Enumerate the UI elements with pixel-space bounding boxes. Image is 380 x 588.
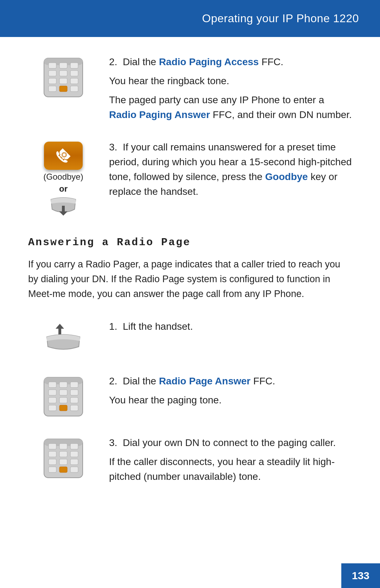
svg-rect-22	[70, 382, 78, 388]
svg-rect-12	[59, 86, 67, 92]
header-title: Operating your IP Phone 1220	[202, 12, 359, 25]
svg-rect-35	[59, 444, 67, 449]
step-2-bottom-text: 2. Dial the Radio Page Answer FFC. You h…	[99, 374, 352, 408]
svg-rect-7	[70, 70, 78, 76]
radio-paging-access-link: Radio Paging Access	[159, 56, 259, 67]
step-1-main: 1. Lift the handset.	[109, 319, 352, 334]
step-3-bottom-row: 3. Dial your own DN to connect to the pa…	[28, 435, 352, 484]
step-2-bottom-sub: You hear the paging tone.	[109, 393, 352, 408]
svg-rect-42	[70, 459, 78, 465]
step-2-sub2: The paged party can use any IP Phone to …	[109, 93, 352, 122]
svg-rect-21	[59, 382, 67, 388]
radio-page-answer-link: Radio Page Answer	[159, 376, 251, 386]
svg-rect-2	[49, 63, 56, 68]
section-heading: Answering a Radio Page	[28, 236, 352, 248]
step-3-main: 3. If your call remains unanswered for a…	[109, 140, 352, 199]
radio-paging-answer-link: Radio Paging Answer	[109, 109, 210, 120]
svg-rect-36	[70, 444, 78, 449]
svg-rect-41	[59, 459, 67, 465]
svg-rect-13	[70, 86, 78, 92]
step-2-sub1: You hear the ringback tone.	[109, 74, 352, 88]
svg-rect-15	[62, 206, 65, 212]
svg-rect-44	[59, 467, 67, 472]
svg-rect-4	[70, 63, 78, 68]
main-content: 2. Dial the Radio Paging Access FFC. You…	[0, 37, 380, 530]
step-2-top-main: 2. Dial the Radio Paging Access FFC.	[109, 55, 352, 69]
goodbye-link: Goodbye	[265, 171, 308, 182]
svg-rect-29	[49, 405, 56, 411]
svg-rect-38	[59, 451, 67, 457]
step-2-top-row: 2. Dial the Radio Paging Access FFC. You…	[28, 55, 352, 122]
keypad-icon-col-3	[28, 435, 99, 479]
step-1-bottom-text: 1. Lift the handset.	[99, 319, 352, 334]
svg-rect-24	[59, 390, 67, 395]
header-title-regular: Operating your IP Phone	[202, 12, 333, 25]
page-number: 133	[352, 570, 369, 582]
page-header: Operating your IP Phone 1220	[0, 0, 380, 37]
svg-rect-25	[70, 390, 78, 395]
svg-rect-39	[70, 451, 78, 457]
keypad-icon-2	[42, 376, 84, 418]
step-2-bottom-main: 2. Dial the Radio Page Answer FFC.	[109, 374, 352, 389]
handset-down-icon	[46, 196, 81, 219]
keypad-icon-col-2	[28, 374, 99, 418]
svg-rect-45	[70, 467, 78, 472]
svg-rect-40	[49, 459, 56, 465]
keypad-icon-3	[42, 437, 84, 479]
step-3-bottom-text: 3. Dial your own DN to connect to the pa…	[99, 435, 352, 484]
goodbye-key-icon[interactable]: ☎	[44, 142, 83, 170]
step-2-top-text: 2. Dial the Radio Paging Access FFC. You…	[99, 55, 352, 122]
step-1-bottom-row: 1. Lift the handset.	[28, 319, 352, 356]
svg-rect-34	[49, 444, 56, 449]
svg-rect-6	[59, 70, 67, 76]
goodbye-label: (Goodbye)	[43, 172, 83, 182]
keypad-icon-1	[42, 56, 84, 99]
step-3-top-text: 3. If your call remains unanswered for a…	[99, 140, 352, 199]
step-2-top-suffix: FFC.	[259, 56, 283, 67]
keypad-icon-col-1	[28, 55, 99, 99]
handset-up-icon	[40, 321, 86, 356]
step-3-top-row: ☎ (Goodbye) or 3. If your call remains u…	[28, 140, 352, 219]
svg-rect-9	[59, 78, 67, 84]
svg-rect-5	[49, 70, 56, 76]
step-2-bottom-row: 2. Dial the Radio Page Answer FFC. You h…	[28, 374, 352, 418]
svg-rect-20	[49, 382, 56, 388]
handset-up-col	[28, 319, 99, 356]
svg-rect-30	[59, 405, 67, 411]
svg-rect-27	[59, 397, 67, 403]
svg-rect-26	[49, 397, 56, 403]
svg-rect-11	[49, 86, 56, 92]
section-intro: If you carry a Radio Pager, a page indic…	[28, 257, 352, 302]
svg-rect-10	[70, 78, 78, 84]
header-title-bold: 1220	[333, 12, 359, 25]
svg-rect-28	[70, 397, 78, 403]
or-text: or	[59, 184, 68, 194]
page-footer: 133	[341, 563, 380, 588]
svg-rect-37	[49, 451, 56, 457]
step-2-top-number: 2. Dial the	[109, 56, 159, 67]
svg-rect-43	[49, 467, 56, 472]
phone-end-icon: ☎	[52, 144, 75, 167]
svg-rect-3	[59, 63, 67, 68]
svg-marker-16	[56, 324, 64, 329]
svg-rect-31	[70, 405, 78, 411]
step-3-bottom-main: 3. Dial your own DN to connect to the pa…	[109, 435, 352, 450]
svg-rect-23	[49, 390, 56, 395]
svg-rect-8	[49, 78, 56, 84]
goodbye-icon-col: ☎ (Goodbye) or	[28, 140, 99, 219]
step-3-bottom-sub: If the caller disconnects, you hear a st…	[109, 454, 352, 484]
